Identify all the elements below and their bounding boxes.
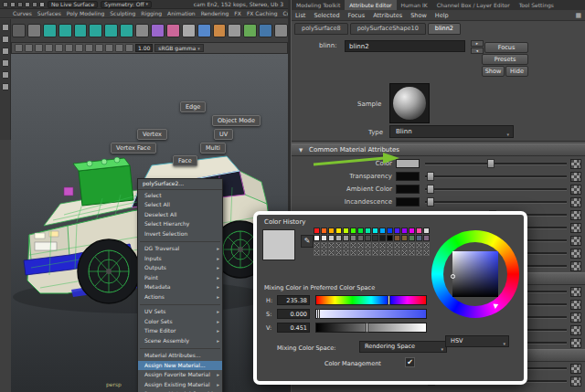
empty-palette-slot[interactable] (328, 249, 335, 256)
empty-palette-slot[interactable] (357, 242, 364, 249)
shelf-tool-icon[interactable] (197, 24, 211, 37)
context-menu-item[interactable] (140, 302, 220, 305)
toolbox-tool-icon[interactable] (2, 24, 9, 31)
shelf-tab[interactable]: Curves (13, 10, 32, 16)
shelf-tool-icon[interactable] (213, 24, 227, 37)
palette-swatch[interactable] (335, 235, 342, 241)
v-value-field[interactable]: 0.451 (277, 323, 310, 333)
palette-swatch[interactable] (379, 228, 386, 234)
status-icon[interactable] (32, 2, 37, 7)
empty-palette-slot[interactable] (335, 249, 342, 256)
shelf-tool-icon[interactable] (274, 24, 288, 37)
context-menu-item[interactable]: Outputs ▸ (138, 263, 222, 273)
focus-button[interactable]: Focus (484, 42, 528, 53)
node-tab[interactable]: polySurfaceShape10 (350, 23, 426, 35)
s-value-field[interactable]: 0.000 (277, 309, 310, 319)
live-surface-indicator[interactable]: No Live Surface (48, 1, 98, 8)
context-menu-item[interactable]: Actions ▸ (138, 292, 222, 302)
texture-map-button[interactable] (570, 300, 581, 310)
empty-palette-slot[interactable] (409, 249, 415, 256)
context-menu-item[interactable]: Assign Existing Material ▸ (138, 380, 222, 390)
palette-swatch[interactable] (423, 228, 430, 234)
shelf-tool-icon[interactable] (74, 24, 88, 37)
current-color-swatch[interactable] (262, 229, 295, 260)
toolbox-tool-icon[interactable] (2, 83, 9, 90)
shelf-tool-icon[interactable] (166, 24, 180, 37)
material-sample-swatch[interactable] (389, 83, 430, 123)
context-menu-item[interactable]: Time Editor ▸ (138, 326, 222, 336)
palette-swatch[interactable] (387, 235, 393, 241)
shelf-tool-icon[interactable] (259, 24, 272, 37)
context-menu-item[interactable]: Invert Selection (138, 229, 222, 239)
empty-palette-slot[interactable] (343, 242, 349, 249)
palette-swatch[interactable] (416, 228, 422, 234)
empty-palette-slot[interactable] (372, 249, 378, 256)
palette-swatch[interactable] (423, 235, 430, 241)
shelf-tab[interactable]: FX Caching (247, 10, 278, 16)
palette-swatch[interactable] (328, 235, 335, 241)
marking-menu-vertex[interactable]: Vertex (137, 129, 167, 140)
shelf-tool-icon[interactable] (12, 24, 26, 37)
toolbox-tool-icon[interactable] (2, 48, 9, 55)
shelf-tool-icon[interactable] (43, 24, 57, 37)
status-icon[interactable] (39, 2, 45, 7)
palette-swatch[interactable] (314, 228, 320, 234)
texture-map-button[interactable] (570, 261, 581, 271)
context-menu-item[interactable]: polySurface2... (138, 179, 222, 190)
viewport-toolbar-icon[interactable] (85, 44, 93, 52)
palette-swatch[interactable] (379, 235, 386, 241)
palette-swatch[interactable] (372, 235, 378, 241)
empty-palette-slot[interactable] (372, 242, 378, 249)
texture-map-button[interactable] (570, 338, 581, 348)
attribute-slider[interactable] (425, 188, 567, 191)
shelf-tool-icon[interactable] (135, 24, 149, 37)
shelf-tool-icon[interactable] (182, 24, 196, 37)
panel-tab[interactable]: Channel Box / Layer Editor (432, 0, 515, 10)
shelf-tab[interactable]: FX (234, 10, 241, 16)
menu-focus[interactable]: Focus (348, 10, 366, 20)
panel-tab[interactable]: Modeling Toolkit (292, 0, 345, 10)
slider-handle[interactable] (427, 197, 434, 207)
empty-palette-slot[interactable] (357, 249, 364, 256)
marking-menu-multi[interactable]: Multi (200, 143, 226, 154)
shelf-tab[interactable]: Sculpting (110, 10, 135, 16)
shelf-tool-icon[interactable] (58, 24, 72, 37)
empty-palette-slot[interactable] (387, 242, 393, 249)
show-button[interactable]: Show (482, 66, 505, 77)
panel-tab[interactable]: Attribute Editor (345, 0, 396, 10)
v-slider[interactable] (315, 323, 427, 333)
wheel-mode-dropdown[interactable]: HSV ▾ (445, 335, 509, 347)
context-menu-item[interactable]: Color Sets ▸ (138, 317, 222, 327)
palette-swatch[interactable] (401, 235, 408, 241)
texture-map-button[interactable] (570, 325, 581, 335)
toolbox-tool-icon[interactable] (2, 71, 9, 79)
status-icon[interactable] (3, 2, 8, 7)
node-tab[interactable]: blinn2 (428, 23, 461, 35)
palette-swatch[interactable] (328, 228, 335, 234)
menu-selected[interactable]: Selected (314, 10, 339, 20)
empty-palette-slot[interactable] (379, 249, 386, 256)
attribute-color-swatch[interactable] (396, 185, 420, 194)
context-menu-item[interactable]: Metadata ▸ (138, 282, 222, 292)
marking-menu-object-mode[interactable]: Object Mode (212, 115, 261, 126)
palette-swatch[interactable] (335, 228, 342, 234)
hide-button[interactable]: Hide (505, 66, 528, 77)
palette-swatch[interactable] (314, 235, 320, 241)
tear-off-icon[interactable]: ◂ (471, 48, 484, 54)
panel-tab[interactable]: Tool Settings (515, 0, 558, 10)
shelf-tool-icon[interactable] (27, 24, 41, 37)
shelf-tool-icon[interactable] (120, 24, 133, 37)
slider-handle[interactable] (487, 159, 495, 168)
node-name-input[interactable] (345, 40, 465, 52)
shelf-tab[interactable]: Rigging (141, 10, 162, 16)
texture-map-button[interactable] (570, 376, 581, 387)
texture-map-button[interactable] (570, 210, 581, 220)
empty-palette-slot[interactable] (365, 249, 371, 256)
texture-map-button[interactable] (570, 159, 581, 169)
shelf-tool-icon[interactable] (89, 24, 102, 37)
empty-palette-slot[interactable] (409, 242, 415, 249)
eyedropper-icon[interactable]: ✎ (301, 235, 314, 248)
marking-menu-vertex-face[interactable]: Vertex Face (111, 143, 156, 154)
h-slider[interactable] (315, 295, 427, 305)
attribute-slider[interactable] (425, 201, 567, 204)
